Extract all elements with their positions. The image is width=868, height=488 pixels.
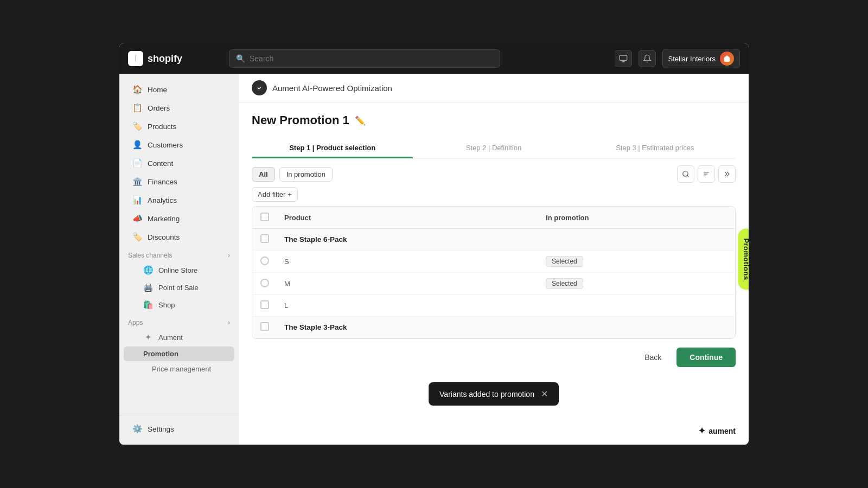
- sidebar-item-price-management[interactable]: Price management: [124, 362, 234, 376]
- edit-title-btn[interactable]: ✏️: [355, 115, 366, 126]
- sidebar-item-online-store-label: Online Store: [158, 266, 197, 274]
- sidebar-item-shop-label: Shop: [158, 301, 175, 309]
- page-title: New Promotion 1: [252, 113, 349, 127]
- shopify-logo-icon: [128, 51, 143, 66]
- add-filter-btn[interactable]: Add filter +: [252, 187, 298, 202]
- aument-icon: ✦: [143, 332, 153, 342]
- logo-text: shopify: [148, 53, 182, 65]
- variant-m-radio[interactable]: [260, 279, 269, 287]
- add-filter-label: Add filter: [258, 190, 285, 198]
- sales-channels-section: Sales channels ›: [119, 246, 239, 261]
- steps-row: Step 1 | Product selection Step 2 | Defi…: [252, 138, 736, 159]
- product-table: Product In promotion The: [252, 207, 735, 338]
- sidebar-item-settings[interactable]: ⚙️ Settings: [124, 420, 234, 438]
- variant-l-name: L: [277, 295, 538, 317]
- variant-l-checkbox[interactable]: [260, 300, 269, 309]
- content-area: Aument AI-Powered Optimization New Promo…: [239, 74, 749, 445]
- sales-channels-expand-icon[interactable]: ›: [228, 252, 230, 259]
- sidebar-item-finances[interactable]: 🏛️ Finances: [124, 173, 234, 190]
- apps-expand-icon[interactable]: ›: [228, 319, 230, 326]
- sidebar-item-customers[interactable]: 👤 Customers: [124, 136, 234, 153]
- aument-star-icon: ✦: [698, 426, 705, 436]
- select-all-checkbox[interactable]: [260, 213, 269, 221]
- store-selector[interactable]: Stellar Interiors: [662, 49, 740, 68]
- step-2[interactable]: Step 2 | Definition: [413, 138, 574, 158]
- sidebar-item-aument[interactable]: ✦ Aument: [124, 329, 234, 345]
- svg-point-1: [256, 84, 263, 91]
- aument-branding: ✦ aument: [698, 426, 736, 436]
- discounts-icon: 🏷️: [132, 232, 142, 242]
- apps-section: Apps ›: [119, 313, 239, 329]
- search-bar[interactable]: 🔍: [229, 49, 500, 68]
- store-icon-btn[interactable]: [615, 50, 632, 67]
- sidebar-item-analytics[interactable]: 📊 Analytics: [124, 191, 234, 209]
- reorder-btn[interactable]: [718, 165, 736, 183]
- variant-l-status: [538, 295, 735, 317]
- step-1-label: Step 1 | Product selection: [289, 144, 375, 152]
- sidebar-item-promotion[interactable]: Promotion: [124, 346, 234, 361]
- sidebar-item-marketing-label: Marketing: [148, 215, 180, 223]
- logo-area: shopify: [128, 51, 220, 66]
- page-title-row: New Promotion 1 ✏️: [252, 113, 736, 127]
- variant-s-badge: Selected: [546, 256, 583, 267]
- sidebar-item-finances-label: Finances: [148, 178, 177, 186]
- tab-all[interactable]: All: [252, 167, 275, 182]
- sort-filter-btn[interactable]: [698, 165, 715, 183]
- toast-notification: Variants added to promotion ✕: [429, 382, 559, 406]
- top-bar: shopify 🔍: [119, 43, 749, 74]
- pos-icon: 🖨️: [143, 282, 153, 292]
- sidebar-item-pos[interactable]: 🖨️ Point of Sale: [124, 279, 234, 296]
- sidebar-item-shop[interactable]: 🛍️ Shop: [124, 297, 234, 313]
- promotions-side-tab[interactable]: Promotions: [738, 228, 749, 290]
- sidebar-item-promotion-label: Promotion: [143, 350, 178, 358]
- sidebar: 🏠 Home 📋 Orders 🏷️ Products 👤 Customers …: [119, 74, 239, 445]
- continue-button[interactable]: Continue: [676, 348, 736, 367]
- sidebar-item-price-management-label: Price management: [152, 365, 211, 373]
- sidebar-item-orders[interactable]: 📋 Orders: [124, 99, 234, 117]
- sidebar-item-orders-label: Orders: [148, 104, 170, 112]
- table-row: L: [253, 295, 735, 317]
- plugin-title: Aument AI-Powered Optimization: [272, 84, 392, 93]
- finances-icon: 🏛️: [132, 177, 142, 187]
- variant-m-name: M: [277, 273, 538, 295]
- row-checkbox-cell: [253, 229, 277, 251]
- product-table-wrapper: Product In promotion The: [252, 206, 736, 339]
- svg-point-2: [683, 171, 688, 176]
- search-input[interactable]: [250, 54, 493, 63]
- product-1-promotion: [538, 229, 735, 251]
- settings-icon: ⚙️: [132, 424, 142, 434]
- sidebar-item-online-store[interactable]: 🌐 Online Store: [124, 262, 234, 278]
- sidebar-item-home[interactable]: 🏠 Home: [124, 81, 234, 98]
- col-checkbox: [253, 207, 277, 229]
- product-1-checkbox[interactable]: [260, 234, 269, 243]
- sidebar-bottom: ⚙️ Settings: [119, 415, 239, 438]
- search-filter-btn[interactable]: [677, 165, 694, 183]
- main-area: 🏠 Home 📋 Orders 🏷️ Products 👤 Customers …: [119, 74, 749, 445]
- analytics-icon: 📊: [132, 195, 142, 205]
- plugin-header: Aument AI-Powered Optimization: [239, 74, 749, 102]
- customers-icon: 👤: [132, 140, 142, 150]
- table-row: The Staple 3-Pack: [253, 317, 735, 338]
- product-2-checkbox[interactable]: [260, 322, 269, 331]
- sidebar-item-discounts[interactable]: 🏷️ Discounts: [124, 228, 234, 246]
- step-3[interactable]: Step 3 | Estimated prices: [575, 138, 736, 158]
- sidebar-item-aument-label: Aument: [158, 333, 183, 342]
- toast-close-btn[interactable]: ✕: [541, 389, 548, 399]
- aument-brand-name: aument: [709, 427, 736, 435]
- apps-label: Apps: [128, 319, 143, 326]
- row-checkbox-cell: [253, 295, 277, 317]
- store-avatar: [720, 52, 734, 66]
- back-button[interactable]: Back: [636, 349, 670, 366]
- bottom-row: Back Continue: [252, 339, 736, 367]
- sidebar-item-marketing[interactable]: 📣 Marketing: [124, 210, 234, 227]
- sidebar-item-discounts-label: Discounts: [148, 233, 180, 241]
- table-row: S Selected: [253, 251, 735, 273]
- variant-s-radio[interactable]: [260, 256, 269, 265]
- tab-in-promotion[interactable]: In promotion: [279, 167, 333, 182]
- notifications-btn[interactable]: [639, 50, 656, 67]
- sidebar-item-content[interactable]: 📄 Content: [124, 155, 234, 172]
- step-2-label: Step 2 | Definition: [466, 144, 521, 152]
- step-1[interactable]: Step 1 | Product selection: [252, 138, 413, 158]
- sidebar-item-products[interactable]: 🏷️ Products: [124, 118, 234, 135]
- page-content: New Promotion 1 ✏️ Step 1 | Product sele…: [239, 102, 749, 445]
